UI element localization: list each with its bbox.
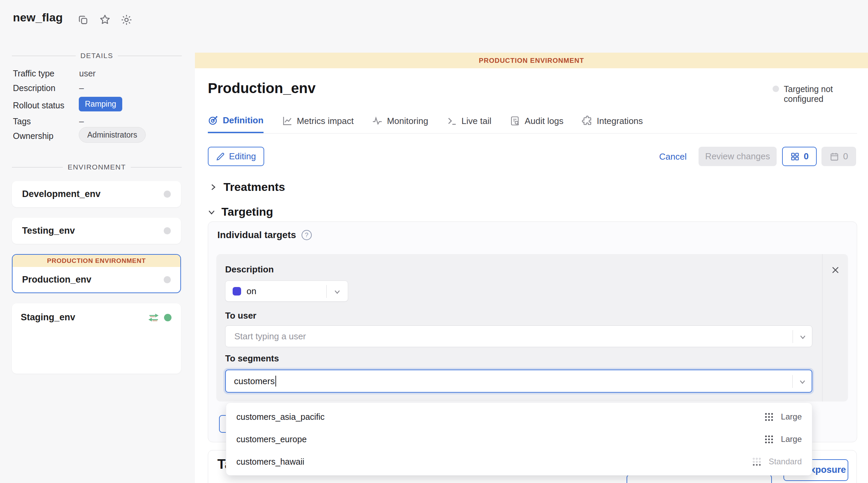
detail-label: Ownership (13, 131, 54, 141)
chevron-down-icon (207, 208, 216, 216)
env-name: Production_env (22, 274, 91, 285)
detail-label: Tags (13, 117, 31, 126)
segments-typed-text: customers (234, 376, 275, 387)
schedule-counter-button[interactable]: 0 (821, 147, 856, 166)
chevron-down-icon[interactable] (798, 333, 807, 341)
to-segments-input[interactable]: customers (225, 370, 812, 393)
terminal-icon (447, 115, 457, 126)
remove-target-icon[interactable] (831, 265, 840, 275)
environment-divider: ENVIRONMENT (12, 163, 182, 171)
details-heading: DETAILS (80, 52, 113, 60)
select-divider (326, 285, 327, 298)
segment-size: Large (781, 434, 802, 444)
segment-grid-icon (764, 412, 774, 422)
segment-option-europe[interactable]: customers_europe Large (226, 428, 812, 450)
tab-monitoring[interactable]: Monitoring (372, 115, 428, 133)
chevron-right-icon (209, 183, 217, 192)
gear-icon[interactable] (120, 14, 133, 26)
targeting-section-toggle[interactable]: Targeting (207, 205, 273, 218)
env-name: Testing_env (22, 226, 75, 236)
treatment-select-value: on (247, 286, 256, 297)
editing-label: Editing (229, 151, 256, 162)
to-user-label: To user (225, 310, 256, 321)
metrics-chart-icon (282, 115, 293, 126)
to-segments-label: To segments (225, 353, 279, 364)
tab-bar-line (208, 133, 857, 133)
changes-counter-button[interactable]: 0 (782, 147, 817, 166)
cancel-link[interactable]: Cancel (659, 151, 687, 162)
treatments-section-toggle[interactable]: Treatments (209, 180, 285, 194)
tab-label: Monitoring (387, 116, 428, 126)
clipped-outline-button[interactable] (627, 475, 772, 483)
copy-icon[interactable] (77, 14, 89, 26)
segment-option-hawaii[interactable]: customers_hawaii Standard (226, 450, 812, 473)
card-action-divider (822, 254, 822, 401)
tab-audit-logs[interactable]: Audit logs (510, 115, 563, 133)
segments-dropdown: customers_asia_pacific Large customers_e… (226, 402, 812, 476)
env-status-dot (164, 276, 171, 283)
tab-live-tail[interactable]: Live tail (447, 115, 491, 133)
tab-label: Metrics impact (297, 116, 354, 126)
review-changes-button[interactable]: Review changes (699, 147, 777, 166)
audit-log-icon (510, 115, 521, 126)
env-card-production-selected[interactable]: PRODUCTION ENVIRONMENT Production_env (12, 254, 181, 293)
editing-button[interactable]: Editing (208, 147, 264, 166)
tab-label: Integrations (597, 116, 643, 126)
detail-value: user (79, 69, 96, 78)
changes-grid-icon (790, 152, 800, 161)
to-user-input[interactable] (234, 331, 781, 342)
env-name: Development_env (22, 189, 101, 199)
segment-name: customers_asia_pacific (236, 412, 325, 422)
targeting-status-dot (773, 86, 779, 92)
text-caret (275, 376, 276, 387)
to-user-input-wrap (225, 325, 812, 347)
chevron-down-icon (333, 287, 342, 296)
tab-definition[interactable]: Definition (208, 115, 264, 133)
env-card-testing[interactable]: Testing_env (12, 218, 181, 244)
env-card-staging[interactable]: Staging_env TREATMENTS on (12, 303, 181, 374)
detail-value: – (79, 117, 84, 126)
scheduled-count: 0 (843, 151, 848, 162)
tab-integrations[interactable]: Integrations (582, 115, 643, 133)
detail-label: Traffic type (13, 69, 54, 78)
segment-size: Standard (769, 457, 802, 466)
segment-grid-icon-standard (752, 457, 761, 466)
page-title: new_flag (13, 11, 63, 24)
tab-label: Live tail (462, 116, 491, 126)
changes-count: 0 (804, 151, 809, 162)
pulse-icon (372, 115, 383, 126)
details-divider: DETAILS (12, 52, 182, 60)
segment-option-asia-pacific[interactable]: customers_asia_pacific Large (226, 406, 812, 428)
tab-label: Audit logs (525, 116, 563, 126)
input-divider (792, 375, 793, 388)
segment-name: customers_europe (236, 434, 307, 444)
tab-bar: Definition Metrics impact Monitoring Liv… (208, 115, 643, 133)
exposure-button-label: xposure (810, 465, 846, 475)
sync-arrows-icon (148, 312, 159, 323)
description-label: Description (225, 264, 274, 275)
pencil-icon (216, 152, 225, 161)
environment-heading: ENVIRONMENT (68, 163, 126, 171)
production-environment-banner: PRODUCTION ENVIRONMENT (13, 255, 180, 267)
targeting-status-text: Targeting not configured (784, 84, 868, 104)
input-divider (793, 330, 793, 343)
treatment-color-swatch (233, 287, 241, 296)
env-name: Staging_env (21, 312, 75, 323)
calendar-icon (830, 152, 839, 161)
definition-target-icon (208, 115, 219, 126)
env-active-dot (164, 314, 171, 321)
environment-title: Production_env (208, 80, 315, 96)
chevron-down-icon[interactable] (798, 377, 807, 386)
treatment-select[interactable]: on (225, 281, 348, 302)
puzzle-icon (582, 115, 593, 126)
segment-size: Large (781, 412, 802, 422)
rollout-status-badge: Ramping (79, 97, 122, 111)
tab-metrics-impact[interactable]: Metrics impact (282, 115, 354, 133)
individual-targets-heading: Individual targets (217, 230, 296, 240)
env-card-development[interactable]: Development_env (12, 181, 181, 207)
detail-label: Rollout status (13, 101, 64, 110)
ownership-pill[interactable]: Administrators (79, 127, 146, 143)
env-status-dot (164, 227, 171, 234)
help-icon[interactable]: ? (302, 230, 312, 240)
star-icon[interactable] (99, 14, 111, 26)
